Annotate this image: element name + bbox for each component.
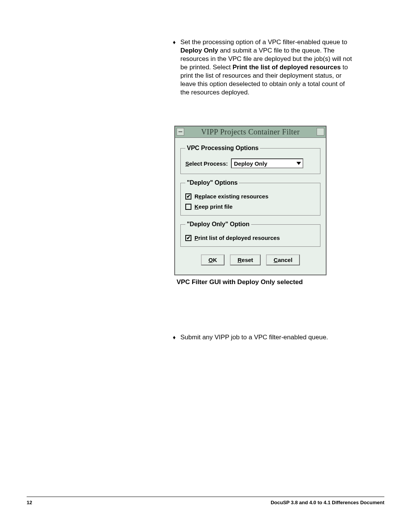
vpc-processing-options-group: VPC Processing Options Select Process: D… xyxy=(180,145,320,174)
replace-resources-checkbox[interactable]: ✔ xyxy=(185,193,191,200)
group-legend-processing: VPC Processing Options xyxy=(185,145,260,152)
cancel-button[interactable]: Cancel xyxy=(266,254,300,265)
bullet-2-text: Submit any VIPP job to a VPC filter-enab… xyxy=(180,333,328,342)
keep-print-file-label: Keep print file xyxy=(194,203,233,210)
dialog-button-row: OK Reset Cancel xyxy=(180,252,320,269)
vipp-container-filter-dialog: VIPP Projects Container Filter VPC Proce… xyxy=(174,126,327,275)
replace-resources-label: Replace existing resources xyxy=(194,193,268,200)
chevron-down-icon xyxy=(296,162,301,165)
bullet-1-block: ♦ Set the processing option of a VPC fil… xyxy=(173,38,354,100)
figure-caption: VPC Filter GUI with Deploy Only selected xyxy=(174,278,327,286)
page-footer: 12 DocuSP 3.8 and 4.0 to 4.1 Differences… xyxy=(27,500,384,505)
group-legend-deploy-only: "Deploy Only" Option xyxy=(185,221,251,228)
bullet-2-block: ♦ Submit any VIPP job to a VPC filter-en… xyxy=(173,333,355,345)
bullet-1-text: Set the processing option of a VPC filte… xyxy=(180,38,354,97)
group-legend-deploy: "Deploy" Options xyxy=(185,179,239,186)
footer-rule xyxy=(27,497,384,497)
select-process-value: Deploy Only xyxy=(234,160,268,167)
deploy-options-group: "Deploy" Options ✔ Replace existing reso… xyxy=(180,179,320,216)
select-process-label: Select Process: xyxy=(185,160,228,167)
dialog-figure: VIPP Projects Container Filter VPC Proce… xyxy=(174,126,327,286)
print-list-checkbox[interactable]: ✔ xyxy=(185,235,191,241)
system-menu-icon[interactable] xyxy=(177,128,184,136)
select-process-dropdown[interactable]: Deploy Only xyxy=(231,158,303,168)
reset-button[interactable]: Reset xyxy=(230,254,261,265)
deploy-only-option-group: "Deploy Only" Option ✔ Print list of dep… xyxy=(180,221,320,247)
print-list-label: Print list of deployed resources xyxy=(194,235,280,241)
titlebar-right-icon[interactable] xyxy=(317,128,324,136)
diamond-bullet-icon: ♦ xyxy=(173,333,180,342)
keep-print-file-checkbox[interactable] xyxy=(185,204,191,210)
diamond-bullet-icon: ♦ xyxy=(173,38,180,46)
page-number: 12 xyxy=(27,500,32,505)
dialog-title: VIPP Projects Container Filter xyxy=(201,128,299,136)
document-title-footer: DocuSP 3.8 and 4.0 to 4.1 Differences Do… xyxy=(271,500,384,505)
ok-button[interactable]: OK xyxy=(201,254,225,265)
dialog-titlebar: VIPP Projects Container Filter xyxy=(175,126,326,138)
